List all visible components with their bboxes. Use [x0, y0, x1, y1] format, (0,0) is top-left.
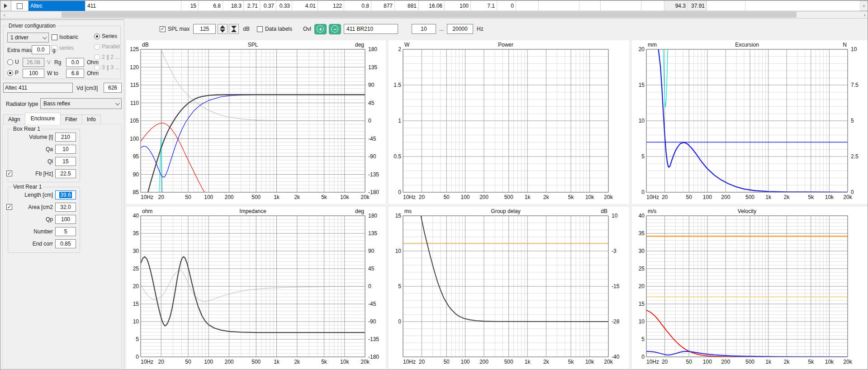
grid-cell[interactable]	[745, 1, 868, 11]
horizontal-scrollbar[interactable]: ‹ ›	[0, 11, 868, 19]
y-axis-tick: 0	[398, 189, 401, 195]
box-rear-title: Box Rear 1	[12, 126, 42, 132]
auto-fit-button[interactable]	[229, 24, 239, 34]
freq-max-field[interactable]: 20000	[447, 24, 473, 34]
box-checkbox[interactable]	[6, 171, 12, 176]
grid-cell[interactable]: 94.3	[664, 1, 688, 11]
driver-table-row[interactable]: Altec411156.818.32.710.370.334.011220.88…	[0, 0, 868, 11]
scrollbar-thumb[interactable]	[62, 12, 797, 18]
box-field[interactable]: 22.5	[55, 169, 76, 178]
fit-top-icon	[231, 26, 237, 29]
box-field[interactable]: 210	[55, 133, 76, 142]
scroll-left-button[interactable]: ‹	[0, 11, 8, 18]
x-axis-tick: 5k	[568, 194, 574, 200]
grid-cell[interactable]: 0	[497, 1, 516, 11]
grid-cell[interactable]	[707, 1, 745, 11]
y-axis-tick: 30	[133, 248, 139, 254]
series-radio[interactable]	[94, 33, 100, 39]
overlay-remove-button[interactable]: −	[329, 24, 341, 34]
spl-max-field[interactable]: 125	[193, 24, 216, 34]
y-axis-tick: 5	[641, 336, 645, 342]
isobaric-checkbox[interactable]	[52, 34, 57, 40]
spl-max-spinner[interactable]	[218, 24, 228, 34]
overlay-name-field[interactable]: 411 BR210	[344, 24, 398, 34]
tab-align[interactable]: Align	[3, 114, 25, 124]
radiator-type-value: Bass reflex	[43, 100, 70, 107]
driver-name-field[interactable]: Altec 411	[3, 83, 73, 93]
grid-cell[interactable]	[539, 1, 579, 11]
spin-down-icon[interactable]	[220, 29, 225, 33]
grid-cell[interactable]: 6.8	[199, 1, 223, 11]
data-labels-checkbox[interactable]	[257, 26, 263, 32]
grid-cell[interactable]: 37.91	[688, 1, 707, 11]
grid-cell[interactable]: 7.1	[471, 1, 497, 11]
overlay-add-button[interactable]: +	[314, 24, 327, 34]
grid-cell[interactable]: Altec	[28, 1, 85, 11]
vent-field[interactable]: 5	[55, 227, 76, 236]
tab-enclosure[interactable]: Enclosure	[25, 113, 61, 124]
box-field[interactable]: 15	[55, 157, 76, 166]
isobaric-label: Isobaric	[59, 34, 78, 40]
x-axis-tick: 10k	[825, 194, 834, 200]
chart-panel-excursion: 20151050107.552.5010Hz20501002005001k2k5…	[632, 40, 868, 204]
tab-filter[interactable]: Filter	[60, 114, 82, 124]
grid-cell[interactable]: 877	[371, 1, 395, 11]
power-field[interactable]: 100	[23, 69, 44, 78]
vent-field[interactable]: 0.85	[55, 239, 76, 248]
row-checkbox[interactable]	[17, 3, 23, 9]
y2-axis-tick: 5	[851, 118, 854, 124]
grid-cell[interactable]	[579, 1, 601, 11]
power-radio[interactable]	[7, 70, 13, 76]
series-cone-velocity	[646, 351, 848, 357]
grid-cell[interactable]: 881	[395, 1, 419, 11]
driver-count-select[interactable]: 1 driver	[7, 33, 49, 43]
x-axis-tick: 10k	[340, 194, 349, 200]
scroll-right-button[interactable]: ›	[861, 11, 868, 18]
extra-mass-field[interactable]: 0.0	[32, 45, 50, 54]
vent-field[interactable]: 39.6	[55, 190, 76, 199]
grid-cell[interactable]: 0.33	[276, 1, 292, 11]
y-axis-tick: 125	[130, 46, 139, 52]
grid-cell[interactable]: 18.3	[223, 1, 244, 11]
x-axis-tick: 200	[479, 359, 489, 365]
radiator-type-select[interactable]: Bass reflex	[40, 98, 122, 109]
grid-cell[interactable]: 4.01	[292, 1, 318, 11]
vent-field[interactable]: 100	[55, 215, 76, 224]
grid-cell[interactable]: 411	[85, 1, 181, 11]
vent-checkbox[interactable]	[6, 204, 12, 210]
chevron-down-icon	[43, 35, 47, 39]
grid-cell[interactable]: 16.06	[419, 1, 445, 11]
grid-vertical-scroll-button[interactable]: ˅	[860, 1, 868, 11]
grid-cell[interactable]	[516, 1, 539, 11]
grid-cell[interactable]: 100	[445, 1, 471, 11]
driver-configuration-group: Driver configuration 1 driver Isobaric s…	[3, 26, 121, 79]
parallel-radio[interactable]	[94, 44, 100, 50]
x-axis-tick: 50	[443, 359, 450, 365]
grid-cell[interactable]	[641, 1, 664, 11]
chart-panel-power: 21.510.5010Hz20501002005001k2k5k10k20kWP…	[389, 40, 629, 204]
grid-cell[interactable]: 0.37	[260, 1, 276, 11]
spin-up-icon[interactable]	[220, 25, 225, 28]
y-axis-tick: 5	[136, 336, 139, 342]
spl-max-checkbox[interactable]	[160, 26, 166, 32]
grid-cell[interactable]	[601, 1, 641, 11]
vent-field[interactable]: 32.0	[55, 203, 76, 212]
series-vent-resonance	[663, 46, 668, 107]
grid-cell[interactable]: 2.71	[244, 1, 260, 11]
grid-cell[interactable]: 15	[181, 1, 199, 11]
voltage-radio[interactable]	[7, 59, 13, 65]
row-marker-cell[interactable]	[0, 1, 11, 11]
row-checkbox-cell[interactable]	[11, 1, 28, 11]
grid-cell[interactable]: 122	[318, 1, 344, 11]
chart-velocity: 403530252015105010Hz20501002005001k2k5k1…	[632, 207, 868, 369]
rg-field[interactable]: 0.0	[66, 58, 84, 67]
vd-field[interactable]: 626	[104, 83, 122, 93]
freq-min-field[interactable]: 10	[412, 24, 436, 34]
power-ohm-field[interactable]: 6.8	[66, 69, 84, 78]
grid-cell[interactable]: 0.8	[344, 1, 371, 11]
tab-info[interactable]: Info	[82, 114, 101, 124]
series-vent-spl	[141, 123, 207, 198]
voltage-label: U	[15, 59, 19, 65]
x-axis-tick: 500	[504, 194, 513, 200]
box-field[interactable]: 10	[55, 145, 76, 154]
